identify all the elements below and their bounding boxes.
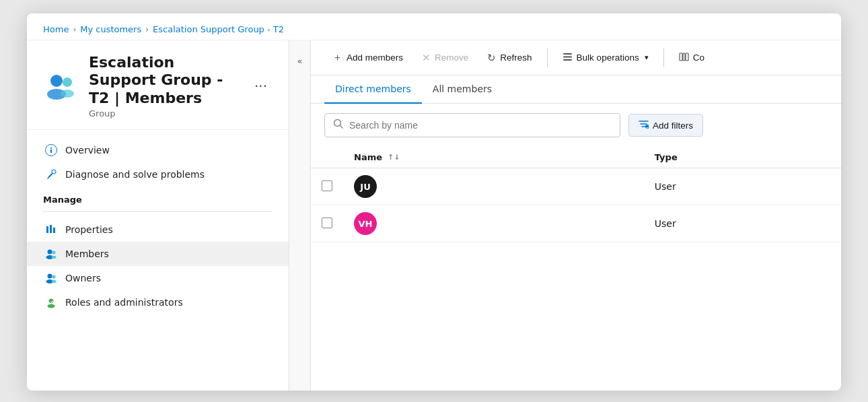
remove-button[interactable]: ✕ Remove bbox=[414, 48, 476, 68]
table-row: VH User bbox=[311, 205, 841, 242]
avatar: JU bbox=[354, 175, 377, 198]
breadcrumb-home[interactable]: Home bbox=[43, 24, 69, 34]
svg-point-11 bbox=[48, 250, 52, 255]
sort-icon: ↑↓ bbox=[388, 153, 400, 162]
svg-rect-23 bbox=[563, 59, 572, 61]
main-area: Escalation Support Group - T2 | Members … bbox=[27, 40, 841, 391]
row-name-cell: JU bbox=[343, 168, 644, 205]
bulk-label: Bulk operations bbox=[577, 53, 639, 63]
svg-point-14 bbox=[52, 256, 57, 259]
col-checkbox bbox=[311, 147, 343, 168]
page-title: Escalation Support Group - T2 | Members bbox=[89, 54, 238, 107]
svg-line-28 bbox=[340, 125, 342, 128]
sidebar-item-diagnose[interactable]: Diagnose and solve problems bbox=[27, 162, 289, 187]
svg-rect-6 bbox=[50, 147, 52, 149]
svg-rect-24 bbox=[680, 53, 682, 61]
breadcrumb-sep1: › bbox=[73, 25, 76, 34]
collapse-button[interactable]: « bbox=[291, 51, 310, 70]
svg-rect-25 bbox=[683, 53, 685, 61]
sidebar-nav: Overview Diagnose and solve problems Man… bbox=[27, 130, 289, 391]
svg-point-0 bbox=[50, 75, 63, 87]
sidebar-item-owners[interactable]: Owners bbox=[27, 266, 289, 290]
plus-icon: ＋ bbox=[332, 51, 342, 64]
sidebar-header: Escalation Support Group - T2 | Members … bbox=[27, 40, 289, 130]
bulk-icon bbox=[563, 52, 573, 64]
wrench-icon bbox=[45, 168, 57, 180]
toolbar: ＋ Add members ✕ Remove ↻ Refresh bbox=[311, 40, 841, 75]
svg-point-18 bbox=[52, 280, 57, 283]
page-title-area: Escalation Support Group - T2 | Members … bbox=[89, 54, 238, 119]
col-name-header[interactable]: Name ↑↓ bbox=[343, 147, 644, 168]
svg-point-3 bbox=[61, 90, 74, 98]
col-type-header: Type bbox=[644, 147, 841, 168]
add-filters-button[interactable]: + Add filters bbox=[628, 114, 703, 137]
toolbar-sep2 bbox=[663, 48, 664, 67]
add-members-button[interactable]: ＋ Add members bbox=[324, 47, 411, 68]
content-area: ＋ Add members ✕ Remove ↻ Refresh bbox=[311, 40, 841, 391]
columns-button[interactable]: Co bbox=[671, 48, 713, 68]
row-checkbox-cell[interactable] bbox=[311, 205, 343, 242]
remove-icon: ✕ bbox=[422, 52, 431, 64]
refresh-button[interactable]: ↻ Refresh bbox=[479, 48, 540, 68]
members-label: Members bbox=[65, 248, 109, 259]
name-sort[interactable]: Name ↑↓ bbox=[354, 152, 633, 162]
properties-icon bbox=[45, 224, 57, 236]
sidebar-item-overview[interactable]: Overview bbox=[27, 138, 289, 162]
row-type-cell: User bbox=[644, 205, 841, 242]
search-input[interactable] bbox=[349, 120, 612, 131]
info-icon bbox=[45, 144, 57, 156]
row-checkbox[interactable] bbox=[322, 217, 332, 228]
svg-rect-21 bbox=[563, 53, 572, 55]
manage-section: Manage bbox=[27, 187, 289, 209]
svg-rect-10 bbox=[53, 228, 55, 233]
collapse-bar[interactable]: « bbox=[289, 40, 311, 391]
columns-icon bbox=[679, 52, 689, 64]
tabs: Direct members All members bbox=[311, 75, 841, 104]
roles-icon bbox=[45, 296, 57, 308]
sidebar-item-members[interactable]: Members bbox=[27, 242, 289, 266]
svg-point-20 bbox=[48, 304, 55, 308]
svg-point-17 bbox=[52, 275, 56, 279]
table-container: Name ↑↓ Type bbox=[311, 147, 841, 391]
roles-label: Roles and administrators bbox=[65, 297, 183, 308]
avatar: VH bbox=[354, 212, 377, 235]
tab-direct-members[interactable]: Direct members bbox=[324, 75, 422, 104]
columns-label: Co bbox=[693, 53, 704, 63]
main-window: Home › My customers › Escalation Support… bbox=[27, 13, 841, 391]
svg-rect-8 bbox=[46, 226, 48, 233]
filter-icon: + bbox=[639, 119, 649, 131]
bulk-chevron: ▾ bbox=[645, 53, 649, 62]
row-checkbox[interactable] bbox=[322, 180, 332, 191]
search-box bbox=[324, 113, 620, 137]
svg-line-7 bbox=[48, 173, 52, 177]
group-icon bbox=[43, 69, 78, 104]
bulk-operations-button[interactable]: Bulk operations ▾ bbox=[554, 48, 657, 68]
svg-point-13 bbox=[52, 251, 56, 255]
svg-rect-22 bbox=[563, 56, 572, 57]
search-icon bbox=[333, 119, 344, 132]
overview-label: Overview bbox=[65, 145, 110, 156]
svg-rect-26 bbox=[686, 53, 688, 61]
sidebar-item-roles[interactable]: Roles and administrators bbox=[27, 290, 289, 314]
table-row: JU User bbox=[311, 168, 841, 205]
manage-divider bbox=[43, 211, 273, 212]
svg-text:+: + bbox=[647, 125, 649, 129]
owners-label: Owners bbox=[65, 273, 101, 283]
breadcrumb-current: Escalation Support Group - T2 bbox=[153, 24, 284, 34]
refresh-icon: ↻ bbox=[487, 52, 496, 64]
search-row: + Add filters bbox=[311, 104, 841, 147]
breadcrumb: Home › My customers › Escalation Support… bbox=[27, 13, 841, 40]
members-icon bbox=[45, 248, 57, 260]
name-cell: VH bbox=[354, 212, 633, 235]
breadcrumb-my-customers[interactable]: My customers bbox=[80, 24, 141, 34]
row-checkbox-cell[interactable] bbox=[311, 168, 343, 205]
sidebar: Escalation Support Group - T2 | Members … bbox=[27, 40, 289, 391]
svg-point-2 bbox=[63, 77, 72, 87]
tab-all-members[interactable]: All members bbox=[422, 75, 503, 104]
page-subtitle: Group bbox=[89, 108, 238, 119]
more-options-button[interactable]: ··· bbox=[249, 75, 273, 97]
diagnose-label: Diagnose and solve problems bbox=[65, 169, 205, 180]
owners-icon bbox=[45, 272, 57, 284]
breadcrumb-sep2: › bbox=[145, 25, 149, 34]
sidebar-item-properties[interactable]: Properties bbox=[27, 217, 289, 242]
